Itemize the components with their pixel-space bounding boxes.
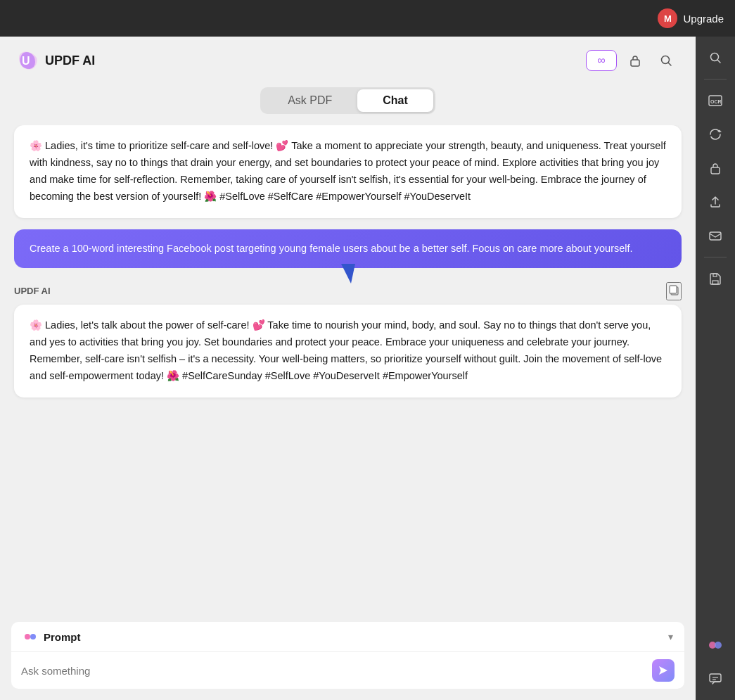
sidebar-divider-2 <box>704 257 727 257</box>
svg-text:OCR: OCR <box>710 99 722 104</box>
left-panel: U UPDF AI ∞ <box>0 37 696 700</box>
input-row <box>11 652 684 689</box>
ai-label: UPDF AI <box>14 286 51 296</box>
sidebar-ocr-icon: OCR <box>708 94 723 108</box>
search-header-button[interactable] <box>653 48 679 73</box>
ai-message-2: 🌸 Ladies, let's talk about the power of … <box>14 305 682 397</box>
main-layout: U UPDF AI ∞ <box>0 37 735 700</box>
prompt-label-group: Prompt <box>23 629 81 644</box>
svg-line-3 <box>668 63 671 65</box>
tab-group: Ask PDF Chat <box>260 87 435 114</box>
infinity-button[interactable]: ∞ <box>586 50 617 71</box>
updf-logo-icon: U <box>17 49 39 72</box>
svg-rect-14 <box>710 232 721 240</box>
prompt-chevron-icon[interactable]: ▾ <box>668 631 673 642</box>
sidebar-mail-icon <box>708 229 722 243</box>
sidebar-mail-button[interactable] <box>700 220 731 251</box>
sidebar-save-icon <box>708 272 722 286</box>
chat-area[interactable]: 🌸 Ladies, it's time to prioritize self-c… <box>0 125 696 613</box>
ai-response-section: UPDF AI 🌸 Ladies, let's talk about the p… <box>14 279 682 397</box>
prompt-label: Prompt <box>44 631 81 643</box>
svg-point-7 <box>30 634 36 639</box>
lock-header-icon[interactable] <box>622 48 648 73</box>
avatar: M <box>658 8 677 28</box>
sidebar-ocr-button[interactable]: OCR <box>700 85 731 116</box>
sidebar-convert-icon <box>708 127 722 141</box>
svg-line-9 <box>717 60 720 63</box>
sidebar-divider-1 <box>704 79 727 79</box>
svg-text:U: U <box>22 55 30 67</box>
copy-svg <box>667 284 680 296</box>
svg-point-6 <box>25 634 30 639</box>
svg-rect-5 <box>670 286 677 293</box>
sidebar-lock-button[interactable] <box>700 153 731 184</box>
tab-chat[interactable]: Chat <box>357 89 433 112</box>
prompt-dots-icon <box>23 629 38 644</box>
send-button[interactable] <box>652 659 675 682</box>
sidebar-convert-button[interactable] <box>700 119 731 150</box>
user-message-1: Create a 100-word interesting Facebook p… <box>14 229 682 268</box>
tab-ask-pdf[interactable]: Ask PDF <box>262 89 357 112</box>
sidebar-share-icon <box>708 195 722 209</box>
prompt-row: Prompt ▾ <box>11 622 684 652</box>
sidebar-updf-button[interactable] <box>700 630 731 661</box>
sidebar-comment-icon <box>708 672 722 686</box>
panel-header: U UPDF AI ∞ <box>0 37 696 82</box>
logo-area: U UPDF AI <box>17 49 95 72</box>
ask-input[interactable] <box>21 665 646 677</box>
header-right: ∞ <box>586 48 679 73</box>
copy-button[interactable] <box>666 282 682 300</box>
sidebar-lock-icon <box>708 161 722 175</box>
sidebar-save-button[interactable] <box>700 263 731 294</box>
bottom-section: Prompt ▾ <box>0 613 696 700</box>
svg-rect-1 <box>631 60 639 66</box>
send-icon <box>658 665 669 676</box>
sidebar-search-icon <box>708 51 722 65</box>
upgrade-button[interactable]: M Upgrade <box>658 8 724 28</box>
right-sidebar: OCR <box>696 37 735 700</box>
lock-svg <box>628 53 642 68</box>
top-bar: M Upgrade <box>0 0 735 37</box>
svg-rect-13 <box>711 167 720 174</box>
svg-point-18 <box>715 642 722 649</box>
sidebar-search-button[interactable] <box>700 42 731 73</box>
svg-rect-15 <box>712 281 718 284</box>
tab-bar: Ask PDF Chat <box>0 82 696 125</box>
search-svg <box>659 53 673 68</box>
logo-text: UPDF AI <box>45 53 95 68</box>
ai-message-1: 🌸 Ladies, it's time to prioritize self-c… <box>14 125 682 218</box>
sidebar-share-button[interactable] <box>700 186 731 217</box>
sidebar-comment-button[interactable] <box>700 663 731 694</box>
sidebar-updf-icon <box>707 637 724 654</box>
ai-label-row: UPDF AI <box>14 279 682 305</box>
